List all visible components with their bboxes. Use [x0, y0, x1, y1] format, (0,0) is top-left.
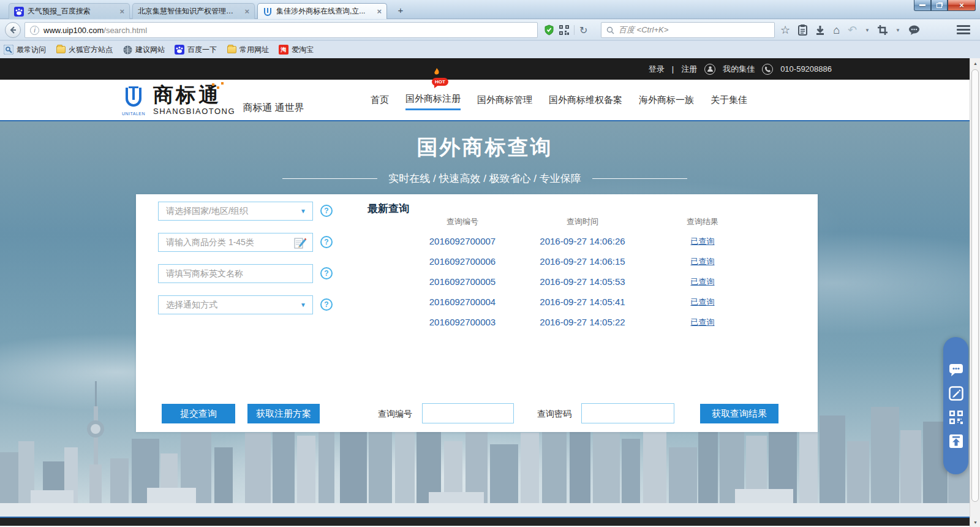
notify-method-help-icon[interactable]: ? — [320, 298, 333, 311]
site-logo[interactable]: UNITALEN 商标通 SHANGBIAOTONG 商标通 通世界 — [121, 85, 304, 116]
bookmark-firefox-folder[interactable]: 火狐官方站点 — [56, 45, 113, 55]
url-path: /search.html — [104, 26, 147, 35]
tab-jihui[interactable]: 北京集慧智佳知识产权管理咨... × — [132, 3, 255, 19]
nav-rights-protection-filing[interactable]: 国外商标维权备案 — [549, 91, 622, 110]
url-bar[interactable]: i www.uip100.com/search.html — [24, 22, 538, 38]
menu-hamburger-icon[interactable] — [957, 25, 970, 34]
decor-line — [592, 178, 687, 179]
page-subtitle: 实时在线 / 快速高效 / 极致省心 / 专业保障 — [388, 172, 581, 186]
decor-line — [282, 178, 377, 179]
bookmark-label: 建议网站 — [135, 45, 165, 55]
chat-dots-icon[interactable] — [949, 363, 963, 377]
search-bar[interactable]: 百度 <Ctrl+K> — [601, 22, 775, 38]
country-select[interactable]: 请选择国家/地区/组织 ▼ — [158, 202, 313, 221]
minimize-button[interactable] — [914, 0, 931, 11]
security-shield-icon[interactable] — [544, 25, 554, 36]
brand-name-cn: 商标通 — [153, 85, 235, 105]
brand-tagline: 商标通 通世界 — [243, 102, 304, 116]
phone-icon — [762, 64, 773, 75]
login-link[interactable]: 登录 — [649, 64, 665, 75]
back-to-top-icon[interactable] — [949, 434, 963, 449]
tab-close-icon[interactable]: × — [242, 7, 249, 16]
nav-foreign-trademark-management[interactable]: 国外商标管理 — [477, 91, 532, 110]
query-password-input[interactable] — [581, 403, 674, 423]
new-tab-button[interactable]: + — [393, 6, 408, 17]
close-window-button[interactable]: × — [948, 0, 976, 11]
goods-class-input[interactable]: 请输入商品分类 1-45类 — [158, 233, 313, 252]
chat-bubble-icon[interactable] — [908, 25, 920, 35]
query-number-label: 查询编号 — [378, 409, 412, 420]
query-time-column: 查询时间 2016-09-27 14:06:26 2016-09-27 14:0… — [491, 215, 674, 332]
tab-unitalen-active[interactable]: 集佳涉外商标在线查询,立... × — [257, 3, 387, 19]
bookmark-label: 爱淘宝 — [292, 45, 314, 55]
submit-query-button[interactable]: 提交查询 — [162, 404, 235, 423]
crop-dropdown-caret-icon[interactable]: ▼ — [895, 28, 900, 33]
bookmark-taobao[interactable]: 淘 爱淘宝 — [279, 45, 314, 55]
trademark-name-input[interactable]: 请填写商标英文名称 — [158, 264, 313, 283]
back-button[interactable] — [5, 22, 21, 38]
bookmark-star-icon[interactable]: ☆ — [780, 25, 790, 36]
goods-class-help-icon[interactable]: ? — [320, 236, 333, 248]
get-registration-plan-button[interactable]: 获取注册方案 — [247, 404, 320, 423]
bookmark-common-sites-folder[interactable]: 常用网址 — [227, 45, 269, 55]
reload-icon[interactable]: ↻ — [579, 25, 587, 36]
tab-close-icon[interactable]: × — [374, 7, 382, 16]
nav-about-unitalen[interactable]: 关于集佳 — [710, 91, 747, 110]
query-result-link[interactable]: 已查询 — [654, 312, 752, 332]
floating-side-widget — [943, 337, 968, 474]
hot-badge: HOT — [432, 75, 448, 86]
nav-foreign-trademark-registration[interactable]: 国外商标注册 HOT — [405, 89, 461, 110]
register-link[interactable]: 注册 — [681, 64, 697, 75]
search-placeholder: 百度 <Ctrl+K> — [619, 25, 668, 36]
vertical-scrollbar[interactable]: ▲ ▼ — [970, 58, 980, 527]
undo-icon[interactable]: ↶ — [848, 25, 857, 36]
page-subtitle-row: 实时在线 / 快速高效 / 极致省心 / 专业保障 — [0, 172, 970, 186]
notify-method-select[interactable]: 选择通知方式 ▼ — [158, 295, 313, 314]
query-result-link[interactable]: 已查询 — [654, 292, 752, 312]
search-icon — [606, 26, 614, 34]
bookmark-suggested-sites[interactable]: 建议网站 — [123, 45, 165, 55]
trademark-name-placeholder: 请填写商标英文名称 — [166, 268, 243, 279]
undo-dropdown-caret-icon[interactable]: ▼ — [865, 28, 870, 33]
toolbar-icons: ☆ ⌂ ↶ ▼ ▼ — [780, 20, 920, 40]
scroll-down-icon[interactable]: ▼ — [970, 517, 980, 527]
back-arrow-icon — [9, 26, 17, 34]
bookmark-baidu[interactable]: 百度一下 — [175, 45, 217, 55]
downloads-icon[interactable] — [815, 25, 825, 36]
edit-pencil-icon[interactable] — [294, 237, 306, 249]
tab-title: 集佳涉外商标在线查询,立... — [276, 6, 371, 17]
qr-code-widget-icon[interactable] — [949, 410, 963, 425]
chevron-down-icon: ▼ — [300, 301, 306, 308]
bookmarks-bar: 最常访问 火狐官方站点 建议网站 百度一下 常用网址 淘 爱淘宝 — [0, 41, 980, 58]
bookmarks-panel-icon[interactable] — [798, 25, 807, 36]
bookmark-most-visited[interactable]: 最常访问 — [4, 45, 46, 55]
home-icon[interactable]: ⌂ — [833, 25, 840, 36]
query-result-link[interactable]: 已查询 — [654, 251, 752, 271]
get-query-result-button[interactable]: 获取查询结果 — [700, 404, 778, 423]
site-info-icon[interactable]: i — [30, 26, 39, 35]
query-number-input[interactable] — [422, 403, 514, 423]
tab-close-icon[interactable]: × — [117, 7, 124, 16]
tab-title: 天气预报_百度搜索 — [28, 6, 113, 17]
taobao-icon: 淘 — [279, 45, 288, 55]
nav-home[interactable]: 首页 — [371, 91, 389, 110]
notify-method-placeholder: 选择通知方式 — [166, 300, 217, 311]
edit-form-icon[interactable] — [949, 386, 963, 401]
divider: | — [672, 64, 674, 74]
nav-overseas-trademark-family[interactable]: 海外商标一族 — [639, 91, 694, 110]
main-nav: 首页 国外商标注册 HOT 国外商标管理 国外商标维权备案 海外商标一族 关于集… — [371, 80, 747, 120]
screenshot-crop-icon[interactable] — [878, 25, 888, 35]
chevron-down-icon: ▼ — [300, 208, 306, 214]
restore-button[interactable] — [931, 0, 948, 11]
query-result-link[interactable]: 已查询 — [654, 271, 752, 292]
scrollbar-thumb[interactable] — [971, 69, 979, 502]
scroll-up-icon[interactable]: ▲ — [970, 58, 980, 68]
tab-weather[interactable]: 天气预报_百度搜索 × — [9, 3, 130, 19]
query-time: 2016-09-27 14:05:41 — [491, 292, 674, 312]
query-result-link[interactable]: 已查询 — [654, 231, 752, 251]
trademark-name-help-icon[interactable]: ? — [320, 267, 333, 279]
my-account-link[interactable]: 我的集佳 — [723, 64, 755, 75]
country-help-icon[interactable]: ? — [320, 205, 333, 217]
qr-code-icon[interactable] — [559, 25, 569, 35]
column-header: 查询时间 — [491, 215, 674, 229]
